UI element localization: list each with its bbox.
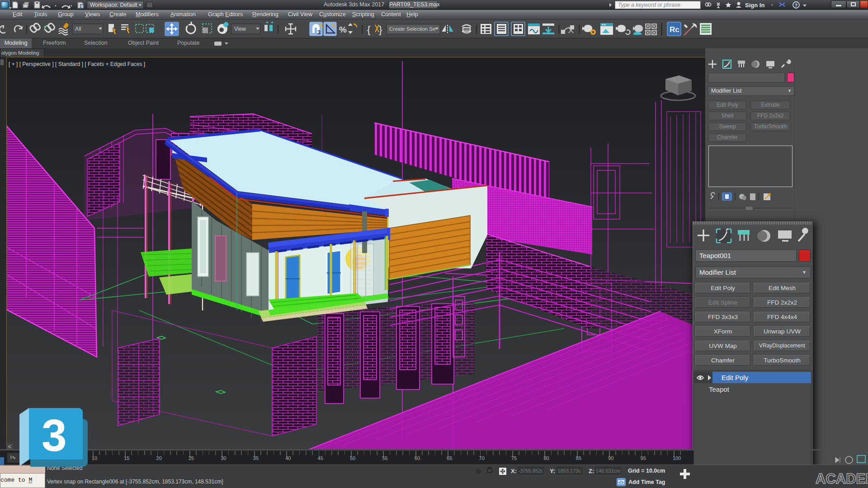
svg-text:3: 3 [42,410,67,460]
svg-text:View: View [234,26,246,32]
svg-text:%: % [339,25,347,34]
svg-text:{: { [367,24,370,35]
svg-text:All: All [75,26,81,32]
svg-text:?: ? [795,3,798,8]
svg-text:Sign In: Sign In [745,2,764,9]
svg-text:Create Selection Se: Create Selection Se [389,26,435,32]
svg-text:[ + ] [ Perspective ] [ Standa: [ + ] [ Perspective ] [ Standard ] [ Fac… [9,61,145,67]
svg-text:3: 3 [317,29,321,36]
svg-text:Rc: Rc [670,25,679,34]
svg-text:}: } [379,24,382,35]
